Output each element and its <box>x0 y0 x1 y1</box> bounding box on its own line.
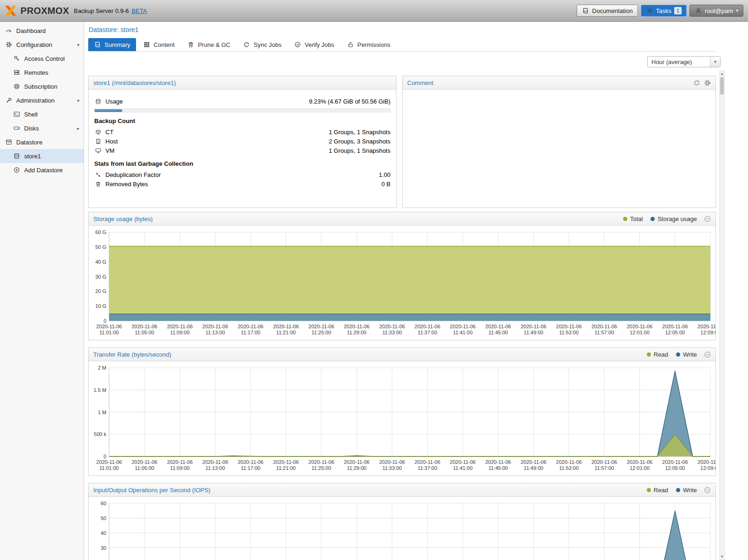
svg-text:2020-11-06: 2020-11-06 <box>415 324 440 329</box>
tab-summary[interactable]: Summary <box>88 38 136 51</box>
desktop-icon <box>94 148 102 154</box>
svg-text:11:21:00: 11:21:00 <box>276 330 296 335</box>
comment-body[interactable] <box>403 90 715 96</box>
svg-text:12:01:00: 12:01:00 <box>630 465 650 471</box>
sidebar-item-access-control[interactable]: Access Control <box>0 52 84 65</box>
svg-text:11:17:00: 11:17:00 <box>241 330 260 335</box>
gear-icon[interactable] <box>704 79 711 86</box>
sidebar-item-disks[interactable]: Disks ▸ <box>0 121 84 135</box>
legend-item-read[interactable]: Read <box>647 487 668 494</box>
chart-title: Input/Output Operations per Second (IOPS… <box>93 487 210 494</box>
svg-text:2020-11-06: 2020-11-06 <box>308 324 334 329</box>
svg-text:11:21:00: 11:21:00 <box>276 465 296 471</box>
vertical-scrollbar[interactable]: ▲ ▼ <box>719 71 725 560</box>
chart-legend: Read Write <box>647 487 697 494</box>
svg-text:2020-11-06: 2020-11-06 <box>627 459 652 465</box>
tab-permissions[interactable]: Permissions <box>341 38 396 51</box>
sidebar-item-store1[interactable]: store1 <box>0 149 84 163</box>
topbar-actions: Documentation Tasks 1 root@pam ▾ <box>577 5 744 17</box>
svg-text:11:41:00: 11:41:00 <box>453 465 473 471</box>
transfer-rate-panel: Transfer Rate (bytes/second) Read Write … <box>88 347 716 476</box>
legend-item-storage-usage[interactable]: Storage usage <box>650 215 697 222</box>
svg-text:11:53:00: 11:53:00 <box>559 465 579 471</box>
datastore-summary-panel: store1 (/mnt/datastores/store1) Usage 9.… <box>88 76 397 208</box>
beta-link[interactable]: BETA <box>132 7 147 14</box>
svg-text:2020-11-06: 2020-11-06 <box>592 324 617 329</box>
caret-down-icon: ▾ <box>77 42 79 47</box>
svg-text:11:33:00: 11:33:00 <box>382 330 402 335</box>
tasks-button[interactable]: Tasks 1 <box>641 5 687 17</box>
top-bar: PROXMOX Backup Server 0.9-6 BETA Documen… <box>0 0 748 22</box>
sync-icon <box>243 41 250 48</box>
svg-text:11:49:00: 11:49:00 <box>524 465 543 471</box>
page-title: Datastore: store1 <box>89 26 748 34</box>
svg-text:2020-11-06: 2020-11-06 <box>273 459 299 465</box>
svg-text:12:09:00: 12:09:00 <box>701 330 715 335</box>
svg-text:12:09:00: 12:09:00 <box>701 465 715 471</box>
legend-dot <box>623 217 627 221</box>
svg-text:2020-11-06: 2020-11-06 <box>450 459 475 465</box>
svg-text:2020-11-06: 2020-11-06 <box>167 324 193 329</box>
scroll-thumb[interactable] <box>720 77 724 95</box>
sidebar-item-shell[interactable]: Shell <box>0 107 84 121</box>
svg-text:11:45:00: 11:45:00 <box>488 330 508 335</box>
documentation-button[interactable]: Documentation <box>577 5 637 17</box>
tab-sync-jobs[interactable]: Sync Jobs <box>237 38 287 51</box>
storage-usage-chart: 010 G20 G30 G40 G50 G60 G2020-11-0611:01… <box>89 226 715 340</box>
scroll-up-arrow[interactable]: ▲ <box>720 71 724 77</box>
legend-item-read[interactable]: Read <box>647 351 668 358</box>
archive-icon <box>5 139 13 145</box>
collapse-icon[interactable] <box>704 215 711 222</box>
proxmox-logo: PROXMOX <box>4 4 69 18</box>
legend-item-write[interactable]: Write <box>676 351 697 358</box>
sidebar-item-dashboard[interactable]: Dashboard <box>0 24 84 38</box>
sidebar-item-add-datastore[interactable]: Add Datastore <box>0 163 84 177</box>
caret-down-icon: ▾ <box>77 98 79 103</box>
tab-prune-gc[interactable]: Prune & GC <box>182 38 236 51</box>
sidebar-item-remotes[interactable]: Remotes <box>0 65 84 79</box>
sidebar-item-datastore[interactable]: Datastore <box>0 135 84 149</box>
svg-text:2020-11-06: 2020-11-06 <box>379 459 405 465</box>
tab-verify-jobs[interactable]: Verify Jobs <box>288 38 340 51</box>
sidebar-item-configuration[interactable]: Configuration ▾ <box>0 38 84 52</box>
collapse-icon[interactable] <box>704 351 711 358</box>
tab-content[interactable]: Content <box>137 38 181 51</box>
svg-text:2020-11-06: 2020-11-06 <box>520 459 546 465</box>
svg-text:30: 30 <box>101 545 106 551</box>
legend-item-total[interactable]: Total <box>623 215 643 222</box>
sidebar-item-administration[interactable]: Administration ▾ <box>0 93 84 107</box>
combo-trigger[interactable]: ▾ <box>710 57 720 67</box>
product-name: Backup Server 0.9-6 <box>74 7 129 14</box>
chart-legend: Total Storage usage <box>623 215 697 222</box>
user-menu-button[interactable]: root@pam ▾ <box>689 5 743 17</box>
svg-text:500 k: 500 k <box>94 431 106 437</box>
collapse-icon[interactable] <box>704 487 711 494</box>
legend-item-write[interactable]: Write <box>676 487 697 494</box>
svg-text:2020-11-06: 2020-11-06 <box>520 324 546 329</box>
svg-text:2020-11-06: 2020-11-06 <box>96 459 122 465</box>
svg-text:11:29:00: 11:29:00 <box>347 330 366 335</box>
scroll-down-arrow[interactable]: ▼ <box>720 554 724 560</box>
sidebar-item-subscription[interactable]: Subscription <box>0 79 84 93</box>
svg-text:60 G: 60 G <box>95 229 106 235</box>
legend-dot <box>676 488 680 492</box>
svg-text:2020-11-06: 2020-11-06 <box>556 459 582 465</box>
panel-body: Usage 9.23% (4.67 GiB of 50.56 GiB) Back… <box>89 90 396 189</box>
svg-text:2020-11-06: 2020-11-06 <box>202 459 228 465</box>
refresh-icon[interactable] <box>693 79 700 86</box>
summary-row: store1 (/mnt/datastores/store1) Usage 9.… <box>88 76 716 208</box>
cube-icon <box>94 129 102 135</box>
chart-title: Transfer Rate (bytes/second) <box>93 351 171 358</box>
svg-text:11:09:00: 11:09:00 <box>170 330 189 335</box>
gears-icon <box>5 41 13 48</box>
svg-text:1.5 M: 1.5 M <box>93 387 106 393</box>
book-icon <box>94 41 101 48</box>
transfer-rate-chart: 0500 k1 M1.5 M2 M2020-11-0611:01:002020-… <box>89 361 715 475</box>
caret-down-icon: ▾ <box>714 59 716 64</box>
support-icon <box>13 83 20 90</box>
iops-chart: 01020304050602020-11-0611:01:002020-11-0… <box>89 497 715 560</box>
sidebar: Dashboard Configuration ▾ Access Control… <box>0 22 84 560</box>
compress-icon <box>94 172 102 178</box>
chart-header: Transfer Rate (bytes/second) Read Write <box>89 348 715 361</box>
time-range-select[interactable]: Hour (average) ▾ <box>647 56 721 67</box>
